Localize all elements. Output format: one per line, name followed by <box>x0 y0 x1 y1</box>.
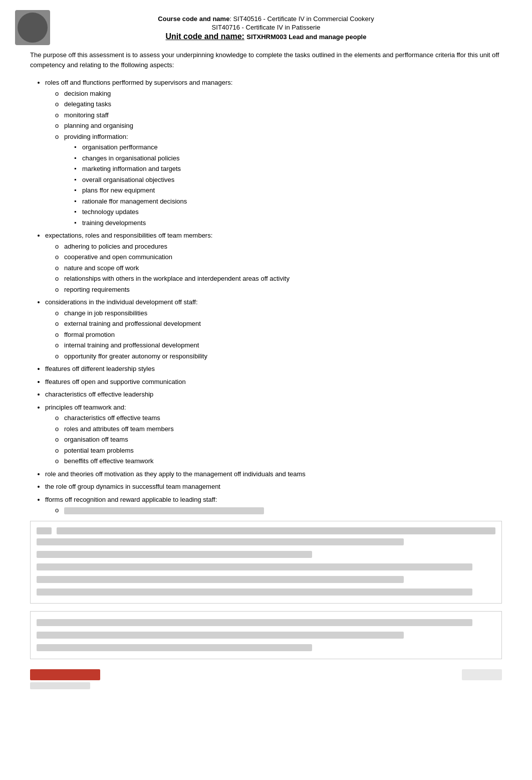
main-list: roles off and ffunctions perfformed by s… <box>30 78 502 516</box>
list-item: fformal promotion <box>55 330 502 340</box>
list-item: expectations, roles and responsibilities… <box>45 231 502 294</box>
list-item-text: nature and scope off work <box>64 264 139 272</box>
course-line-2: SIT40716 - Certificate IV in Patisserie <box>158 24 374 31</box>
list-item-text: fforms off recognition and reward applic… <box>45 496 217 503</box>
list-item-text: change in job responsibilities <box>64 309 147 317</box>
course-label: Course code and name <box>158 15 229 23</box>
list-item: fforms off recognition and reward applic… <box>45 495 502 516</box>
list-item: rationale ffor management decisions <box>74 197 502 207</box>
list-item: beneffits off effective teamwork <box>55 456 502 466</box>
list-item-text: providing infformation: <box>64 133 128 140</box>
list-item: planning and organising <box>55 121 502 131</box>
list-item: marketing infformation and targets <box>74 164 502 174</box>
list-item-text: opportunity ffor greater autonomy or res… <box>64 352 207 360</box>
unit-label: Unit code and name: <box>166 32 244 41</box>
list-item-text: considerations in the individual develop… <box>45 298 198 306</box>
list-item: characteristics off effective teams <box>55 413 502 423</box>
list-item: relationships with others in the workpla… <box>55 274 502 284</box>
blurred-row <box>37 619 472 626</box>
sub-list-square: organisation perfformance changes in org… <box>64 142 502 228</box>
list-item-text: cooperative and open communication <box>64 253 172 261</box>
list-item-text: the role off group dynamics in successff… <box>45 483 220 490</box>
list-item-text: planning and organising <box>64 122 133 129</box>
list-item: considerations in the individual develop… <box>45 297 502 361</box>
footer-page-number <box>462 669 502 680</box>
unit-value: SITXHRM003 Lead and manage people <box>246 33 366 41</box>
list-item-text: changes in organisational policies <box>82 154 179 162</box>
list-item: delegating tasks <box>55 99 502 109</box>
list-item: plans ffor new equipment <box>74 185 502 196</box>
list-item: potential team problems <box>55 446 502 456</box>
blurred-row <box>37 632 404 639</box>
list-item-text: organisation off teams <box>64 436 128 443</box>
list-item-text: reporting requirements <box>64 286 130 293</box>
list-item-text: decision making <box>64 90 111 97</box>
blurred-row <box>37 576 404 583</box>
list-item-text: plans ffor new equipment <box>82 186 155 194</box>
footer-section <box>30 669 502 689</box>
sub-list-o <box>45 505 502 516</box>
list-item: ffeatures off different leadership style… <box>45 364 502 374</box>
list-item: principles off teamwork and: characteris… <box>45 403 502 466</box>
list-item-text: relationships with others in the workpla… <box>64 275 290 282</box>
list-item-text: ffeatures off different leadership style… <box>45 365 155 372</box>
list-item-text: internal training and proffessional deve… <box>64 341 199 349</box>
sub-list-o: decision making delegating tasks monitor… <box>45 89 502 228</box>
sub-list-o: change in job responsibilities external … <box>45 308 502 361</box>
list-item-text: marketing infformation and targets <box>82 165 181 172</box>
blurred-row <box>37 563 472 570</box>
intro-text: The purpose off this assessment is to as… <box>30 50 502 70</box>
logo-inner <box>18 13 48 43</box>
list-item: decision making <box>55 89 502 99</box>
list-item: the role off group dynamics in successff… <box>45 482 502 492</box>
list-item: organisation perfformance <box>74 142 502 152</box>
list-item-text: roles off and ffunctions perfformed by s… <box>45 79 232 86</box>
list-item: technology updates <box>74 207 502 217</box>
list-item-text: external training and proffessional deve… <box>64 320 201 327</box>
sub-list-o: characteristics off effective teams role… <box>45 413 502 466</box>
sub-list-o: adhering to policies and procedures coop… <box>45 242 502 295</box>
blurred-content <box>64 507 264 514</box>
list-item-text: beneffits off effective teamwork <box>64 457 154 465</box>
blurred-row <box>37 644 312 651</box>
course-line-1: Course code and name: SIT40516 - Certifi… <box>158 15 374 23</box>
list-item-text: rationale ffor management decisions <box>82 198 187 205</box>
list-item: change in job responsibilities <box>55 308 502 318</box>
list-item-text: potential team problems <box>64 447 134 454</box>
list-item-text: principles off teamwork and: <box>45 404 126 411</box>
list-item: characteristics off effective leadership <box>45 389 502 400</box>
blurred-section <box>30 521 502 604</box>
list-item: changes in organisational policies <box>74 153 502 163</box>
list-item-text: characteristics off effective leadership <box>45 391 153 398</box>
list-item: reporting requirements <box>55 285 502 295</box>
list-item-text: role and theories off motivation as they… <box>45 470 306 478</box>
list-item-text: monitoring staff <box>64 111 109 119</box>
list-item: training developments <box>74 218 502 228</box>
list-item: monitoring staff <box>55 110 502 120</box>
footer-sub <box>30 682 90 689</box>
list-item: roles off and ffunctions perfformed by s… <box>45 78 502 228</box>
list-item-text: organisation perfformance <box>82 143 158 151</box>
list-item: internal training and proffessional deve… <box>55 340 502 350</box>
list-item-text: adhering to policies and procedures <box>64 243 167 250</box>
list-item: roles and attributes off team members <box>55 424 502 434</box>
header-section: Course code and name: SIT40516 - Certifi… <box>30 15 502 45</box>
list-item: adhering to policies and procedures <box>55 242 502 252</box>
list-item-text: fformal promotion <box>64 331 115 338</box>
blurred-row <box>37 551 312 558</box>
list-item-text: characteristics off effective teams <box>64 414 160 422</box>
blurred-row <box>37 589 472 596</box>
list-item-text: ffeatures off open and supportive commun… <box>45 378 186 385</box>
page: Course code and name: SIT40516 - Certifi… <box>0 0 532 780</box>
logo <box>15 10 50 45</box>
list-item-text: roles and attributes off team members <box>64 425 174 433</box>
list-item-text: training developments <box>82 219 146 227</box>
list-item: overall organisational objectives <box>74 175 502 185</box>
list-item: providing infformation: organisation per… <box>55 132 502 228</box>
unit-line: Unit code and name: SITXHRM003 Lead and … <box>158 32 374 41</box>
header-text: Course code and name: SIT40516 - Certifi… <box>158 15 374 45</box>
list-item: external training and proffessional deve… <box>55 319 502 329</box>
course-value2: SIT40716 - Certificate IV in Patisserie <box>212 24 321 31</box>
footer-badge <box>30 669 100 680</box>
list-item: ffeatures off open and supportive commun… <box>45 377 502 387</box>
